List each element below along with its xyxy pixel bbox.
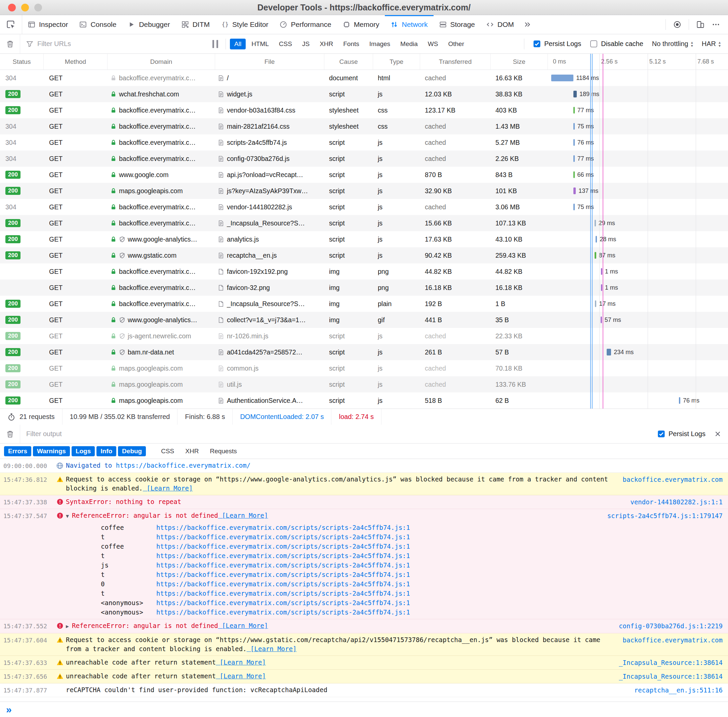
- network-request-row[interactable]: 200GETwww.google.comapi.js?onload=vcReca…: [0, 167, 728, 183]
- tab-console[interactable]: Console: [73, 15, 122, 34]
- stack-source-link[interactable]: https://backoffice.everymatrix.com/scrip…: [156, 551, 410, 560]
- network-request-row[interactable]: 304GETbackoffice.everymatrix.c…/document…: [0, 70, 728, 86]
- console-filter-css[interactable]: CSS: [156, 446, 179, 456]
- console-expand-button[interactable]: »: [6, 705, 12, 715]
- responsive-design-mode-button[interactable]: [696, 20, 705, 29]
- tab-ditm[interactable]: DITM: [176, 15, 215, 34]
- tab-debugger[interactable]: Debugger: [122, 15, 176, 34]
- source-location-link[interactable]: vendor-1441802282.js:1:1: [630, 497, 723, 506]
- network-request-row[interactable]: 304GETbackoffice.everymatrix.c…main-2821…: [0, 118, 728, 134]
- source-location-link[interactable]: backoffice.everymatrix.com: [623, 635, 723, 645]
- throttling-select[interactable]: No throttling ▴▾: [652, 40, 693, 48]
- tab-storage[interactable]: Storage: [433, 15, 481, 34]
- tab-performance[interactable]: Performance: [274, 15, 337, 34]
- column-header-size[interactable]: Size: [491, 54, 548, 70]
- network-request-row[interactable]: GETbackoffice.everymatrix.c…favicon-192x…: [0, 264, 728, 279]
- zoom-window-button[interactable]: [34, 4, 42, 11]
- source-location-link[interactable]: config-0730ba276d.js:1:2219: [619, 621, 723, 631]
- element-picker-button[interactable]: [0, 15, 22, 34]
- network-filter-ws[interactable]: WS: [423, 39, 443, 49]
- network-request-row[interactable]: 200GETmaps.googleapis.comcommon.jsscript…: [0, 360, 728, 376]
- stack-source-link[interactable]: https://backoffice.everymatrix.com/scrip…: [156, 607, 410, 617]
- tab-style-editor[interactable]: {}Style Editor: [215, 15, 274, 34]
- network-request-row[interactable]: 304GETbackoffice.everymatrix.c…config-07…: [0, 151, 728, 167]
- clear-console-button[interactable]: [0, 425, 20, 443]
- source-location-link[interactable]: backoffice.everymatrix.com: [623, 475, 723, 484]
- network-filter-html[interactable]: HTML: [247, 39, 273, 49]
- stack-source-link[interactable]: https://backoffice.everymatrix.com/scrip…: [156, 532, 410, 542]
- console-persist-logs-checkbox[interactable]: Persist Logs: [658, 430, 705, 438]
- console-filter-errors[interactable]: Errors: [4, 446, 31, 456]
- network-request-row[interactable]: 200GETmaps.googleapis.comAuthenticationS…: [0, 392, 728, 409]
- console-filter-warnings[interactable]: Warnings: [33, 446, 70, 456]
- source-location-link[interactable]: recaptcha__en.js:511:16: [634, 685, 723, 695]
- network-request-row[interactable]: GETbackoffice.everymatrix.c…favicon-32.p…: [0, 279, 728, 296]
- network-request-row[interactable]: 200GETjs-agent.newrelic.comnr-1026.min.j…: [0, 328, 728, 344]
- column-header-file[interactable]: File: [215, 54, 324, 70]
- console-filter-debug[interactable]: Debug: [118, 446, 146, 456]
- network-request-row[interactable]: 200GETwww.google-analytics…collect?v=1&_…: [0, 312, 728, 328]
- network-request-row[interactable]: 200GETwchat.freshchat.comwidget.jsscript…: [0, 86, 728, 102]
- collapse-twisty-icon[interactable]: ▼: [66, 513, 69, 519]
- network-filter-js[interactable]: JS: [298, 39, 314, 49]
- column-header-type[interactable]: Type: [373, 54, 420, 70]
- stack-source-link[interactable]: https://backoffice.everymatrix.com/scrip…: [156, 523, 410, 532]
- network-request-row[interactable]: 200GETmaps.googleapis.comjs?key=AIzaSyAk…: [0, 183, 728, 199]
- tab-memory[interactable]: Memory: [337, 15, 385, 34]
- column-header-status[interactable]: Status: [0, 54, 44, 70]
- tab-dom[interactable]: DOM: [481, 15, 520, 34]
- learn-more-link[interactable]: [Learn More]: [218, 512, 268, 519]
- close-window-button[interactable]: [8, 4, 16, 11]
- stack-source-link[interactable]: https://backoffice.everymatrix.com/scrip…: [156, 579, 410, 589]
- stack-source-link[interactable]: https://backoffice.everymatrix.com/scrip…: [156, 570, 410, 579]
- source-location-link[interactable]: _Incapsula_Resource:1:38614: [619, 658, 723, 667]
- record-button[interactable]: [673, 20, 681, 29]
- minimize-window-button[interactable]: [21, 4, 29, 11]
- requests-count[interactable]: 21 requests: [0, 409, 63, 425]
- har-menu[interactable]: HAR ▴▾: [702, 40, 720, 48]
- disable-cache-checkbox[interactable]: Disable cache: [590, 40, 643, 48]
- learn-more-link[interactable]: [Learn More]: [218, 622, 268, 629]
- filter-output-input[interactable]: [20, 430, 658, 438]
- network-filter-all[interactable]: All: [230, 39, 246, 49]
- source-location-link[interactable]: _Incapsula_Resource:1:38614: [619, 672, 723, 681]
- stack-source-link[interactable]: https://backoffice.everymatrix.com/scrip…: [156, 589, 410, 598]
- network-filter-images[interactable]: Images: [365, 39, 395, 49]
- console-filter-info[interactable]: Info: [96, 446, 116, 456]
- clear-requests-button[interactable]: [0, 34, 20, 53]
- network-filter-other[interactable]: Other: [444, 39, 469, 49]
- learn-more-link[interactable]: [Learn More]: [247, 645, 297, 653]
- learn-more-link[interactable]: [Learn More]: [216, 672, 266, 680]
- learn-more-link[interactable]: [Learn More]: [216, 659, 266, 666]
- stack-source-link[interactable]: https://backoffice.everymatrix.com/scrip…: [156, 542, 410, 551]
- network-request-row[interactable]: 200GETbackoffice.everymatrix.c…_Incapsul…: [0, 296, 728, 312]
- network-request-row[interactable]: 200GETmaps.googleapis.comutil.jsscriptjs…: [0, 376, 728, 392]
- network-request-row[interactable]: 200GETwww.gstatic.comrecaptcha__en.jsscr…: [0, 247, 728, 264]
- network-filter-media[interactable]: Media: [396, 39, 422, 49]
- network-filter-xhr[interactable]: XHR: [315, 39, 337, 49]
- source-location-link[interactable]: scripts-2a4c5ffb74.js:1:179147: [607, 511, 723, 520]
- console-filter-requests[interactable]: Requests: [205, 446, 241, 456]
- column-header-method[interactable]: Method: [44, 54, 108, 70]
- tab-inspector[interactable]: Inspector: [22, 15, 73, 34]
- console-filter-xhr[interactable]: XHR: [180, 446, 203, 456]
- expand-twisty-icon[interactable]: ▶: [66, 623, 69, 629]
- tab-network[interactable]: Network: [385, 15, 433, 34]
- network-request-row[interactable]: 200GETwww.google-analytics…analytics.jss…: [0, 231, 728, 247]
- stack-source-link[interactable]: https://backoffice.everymatrix.com/scrip…: [156, 598, 410, 607]
- column-header-domain[interactable]: Domain: [108, 54, 215, 70]
- persist-logs-checkbox[interactable]: Persist Logs: [533, 40, 581, 48]
- network-request-row[interactable]: 200GETbackoffice.everymatrix.c…vendor-b0…: [0, 102, 728, 118]
- all-tabs-menu-button[interactable]: [520, 15, 535, 34]
- network-filter-css[interactable]: CSS: [275, 39, 296, 49]
- column-header-cause[interactable]: Cause: [324, 54, 373, 70]
- network-request-row[interactable]: 304GETbackoffice.everymatrix.c…scripts-2…: [0, 134, 728, 151]
- stack-source-link[interactable]: https://backoffice.everymatrix.com/scrip…: [156, 560, 410, 570]
- navigated-url-link[interactable]: https://backoffice.everymatrix.com/: [116, 462, 250, 469]
- toolbox-meatball-menu-button[interactable]: [712, 20, 720, 29]
- close-split-console-button[interactable]: [714, 430, 721, 438]
- learn-more-link[interactable]: [Learn More]: [143, 485, 193, 492]
- filter-urls-input[interactable]: [37, 40, 202, 48]
- console-filter-logs[interactable]: Logs: [72, 446, 95, 456]
- column-header-transferred[interactable]: Transferred: [420, 54, 491, 70]
